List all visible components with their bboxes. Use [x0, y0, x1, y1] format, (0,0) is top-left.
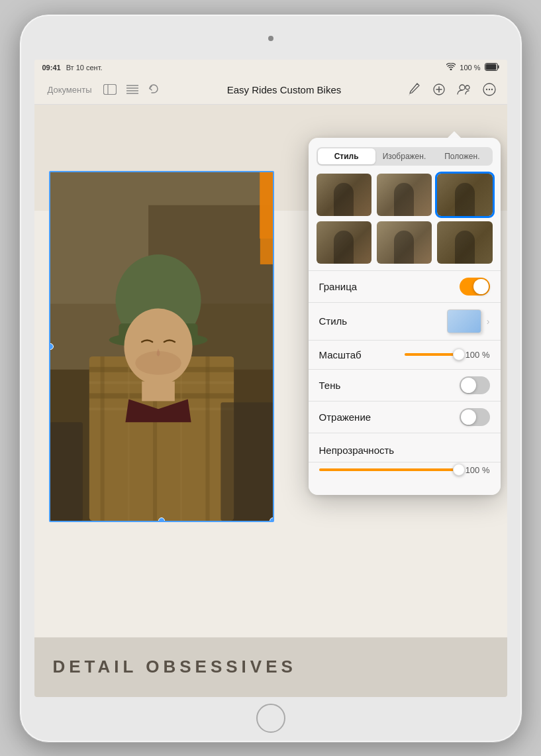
- style-thumb-4[interactable]: [317, 221, 371, 264]
- svg-rect-1: [485, 64, 496, 70]
- selected-photo[interactable]: [49, 171, 274, 522]
- popup-tabs: Стиль Изображен. Положен.: [317, 147, 493, 166]
- shadow-row: Тень: [309, 369, 501, 401]
- status-time: 09:41: [42, 64, 61, 72]
- reflection-row: Отражение: [309, 401, 501, 433]
- svg-rect-40: [221, 402, 273, 521]
- ipad-frame: 09:41 Вт 10 сент. 100 %: [19, 14, 522, 743]
- format-popup: Стиль Изображен. Положен.: [309, 138, 501, 495]
- border-toggle[interactable]: [460, 278, 490, 296]
- tab-image[interactable]: Изображен.: [375, 148, 433, 164]
- style-thumb-3[interactable]: [437, 174, 492, 216]
- content-area: DETAIL OBSESSIVES Стиль Изображен. Полож…: [34, 105, 507, 697]
- collaborate-button[interactable]: [454, 80, 474, 99]
- handle-bottom-right[interactable]: [270, 517, 274, 522]
- style-thumb-6[interactable]: [437, 221, 492, 264]
- svg-point-13: [466, 85, 469, 89]
- scale-row: Масштаб 100 %: [309, 340, 501, 369]
- status-date: Вт 10 сент.: [66, 64, 103, 72]
- scale-label: Масштаб: [319, 349, 405, 360]
- status-bar: 09:41 Вт 10 сент. 100 %: [34, 60, 507, 76]
- photo-accent: [260, 172, 273, 239]
- home-button[interactable]: [256, 704, 285, 733]
- svg-point-37: [135, 351, 181, 374]
- reflection-toggle[interactable]: [460, 408, 490, 426]
- wifi-icon: [446, 63, 456, 72]
- camera-dot: [268, 36, 273, 41]
- more-button[interactable]: [479, 80, 499, 99]
- docs-label: Документы: [48, 85, 92, 95]
- svg-rect-39: [50, 422, 83, 521]
- style-row: Стиль ›: [309, 302, 501, 340]
- list-view-button[interactable]: [123, 80, 142, 99]
- toggle-knob: [473, 279, 489, 294]
- battery-icon: [485, 63, 499, 72]
- tab-position[interactable]: Положен.: [433, 148, 491, 164]
- tab-style[interactable]: Стиль: [318, 148, 375, 164]
- style-thumb-2[interactable]: [377, 174, 432, 216]
- shadow-toggle-knob: [461, 378, 476, 393]
- opacity-slider-container: 100 %: [319, 465, 490, 475]
- docs-button[interactable]: Документы: [42, 82, 97, 97]
- scale-slider-container: 100 %: [405, 350, 490, 360]
- doc-bottom-strip: DETAIL OBSESSIVES: [34, 637, 507, 697]
- svg-point-15: [485, 89, 487, 90]
- svg-point-17: [491, 89, 492, 90]
- svg-rect-2: [498, 65, 499, 68]
- paintbrush-button[interactable]: [404, 80, 424, 99]
- ipad-screen: 09:41 Вт 10 сент. 100 %: [34, 60, 507, 697]
- opacity-slider-track[interactable]: [319, 468, 459, 471]
- opacity-value: 100 %: [466, 465, 490, 475]
- svg-rect-3: [103, 85, 116, 95]
- handle-bottom-left[interactable]: [158, 517, 165, 522]
- scale-slider-track[interactable]: [405, 353, 459, 356]
- scale-value: 100 %: [466, 350, 490, 360]
- shadow-toggle[interactable]: [460, 376, 490, 394]
- border-row: Граница: [309, 270, 501, 302]
- style-preview[interactable]: [447, 309, 481, 333]
- add-button[interactable]: [429, 80, 449, 99]
- reflection-label: Отражение: [319, 411, 460, 423]
- style-chevron-icon: ›: [487, 316, 490, 327]
- sidebar-toggle-button[interactable]: [100, 80, 120, 99]
- shadow-label: Тень: [319, 380, 460, 391]
- opacity-slider-row: 100 %: [309, 462, 501, 484]
- toolbar: Документы: [34, 76, 507, 105]
- svg-point-12: [460, 85, 465, 90]
- border-label: Граница: [319, 281, 460, 292]
- reflection-toggle-knob: [461, 409, 476, 425]
- undo-button[interactable]: [145, 80, 165, 99]
- style-thumb-1[interactable]: [317, 174, 371, 216]
- svg-point-16: [488, 89, 489, 90]
- style-label: Стиль: [319, 315, 447, 327]
- document-title: Easy Rides Custom Bikes: [168, 84, 401, 95]
- battery-text: 100 %: [460, 64, 480, 72]
- opacity-label-row: Непрозрачность: [309, 433, 501, 462]
- style-thumb-5[interactable]: [377, 221, 432, 264]
- style-thumbnails: [309, 174, 501, 270]
- toolbar-right-icons: [404, 80, 499, 99]
- bottom-text: DETAIL OBSESSIVES: [53, 657, 297, 677]
- opacity-label: Непрозрачность: [319, 445, 490, 456]
- photo-image: [50, 172, 273, 521]
- svg-rect-38: [142, 381, 175, 401]
